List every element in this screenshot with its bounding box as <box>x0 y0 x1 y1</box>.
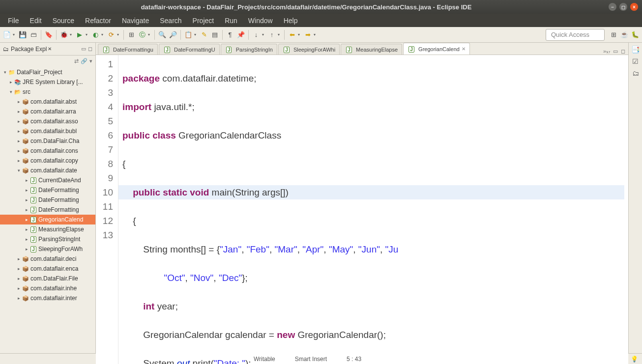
menu-file[interactable]: File <box>3 15 24 27</box>
tree-project[interactable]: ▾DataFlair_Project <box>0 67 95 77</box>
editor-tab[interactable]: DateFormattingu <box>98 44 158 55</box>
line-gutter: 1 2 3 4 5 6 7 8 9 10 11 12 13 <box>96 55 118 364</box>
window-title: dataflair-workspace - DataFlair_Project/… <box>4 3 609 11</box>
tree-java-file[interactable]: ▸ParsingStringInt <box>0 234 95 244</box>
menu-bar: File Edit Source Refactor Navigate Searc… <box>0 14 642 27</box>
tree-jre[interactable]: ▸JRE System Library [... <box>0 77 95 87</box>
editor-tab[interactable]: MeasuringElapse <box>341 44 402 55</box>
link-editor-icon[interactable]: 🔗 <box>81 58 88 64</box>
next-annotation-icon[interactable]: ↓ <box>251 30 261 40</box>
tree-java-file[interactable]: ▸CurrentDateAnd <box>0 175 95 185</box>
coverage-icon[interactable]: ◐ <box>90 30 100 40</box>
tree-java-file[interactable]: ▸DateFormatting <box>0 185 95 195</box>
run-last-icon[interactable]: ⟳ <box>106 30 116 40</box>
editor-tab[interactable]: DateFormattingU <box>159 44 220 55</box>
editor-overflow[interactable]: »₁₇ <box>603 48 610 55</box>
maximize-editor-icon[interactable]: ◻ <box>621 48 625 55</box>
menu-search[interactable]: Search <box>155 15 186 27</box>
tree-pkg[interactable]: ▸com.dataflair.inhe <box>0 283 95 293</box>
search-icon[interactable]: 🔎 <box>168 30 178 40</box>
tree-java-file[interactable]: ▸MeasuringElapse <box>0 224 95 234</box>
maximize-view-icon[interactable]: ◻ <box>88 46 92 52</box>
open-type-icon[interactable]: 🔍 <box>157 30 167 40</box>
tree-pkg[interactable]: ▸com.DataFlair.File <box>0 274 95 283</box>
tree-pkg[interactable]: ▸com.dataflair.cons <box>0 146 95 156</box>
tree-pkg[interactable]: ▸com.dataflair.arra <box>0 107 95 116</box>
tree-pkg[interactable]: ▸com.dataflair.deci <box>0 254 95 264</box>
tree-java-file[interactable]: ▸SleepingForAWh <box>0 244 95 254</box>
open-perspective-icon[interactable]: ⊞ <box>609 30 618 40</box>
editor-tab[interactable]: ParsingStringIn <box>221 44 277 55</box>
debug-icon[interactable]: 🐞 <box>59 30 69 40</box>
tip-icon[interactable]: 💡 <box>631 356 638 363</box>
debug-perspective-icon[interactable]: 🐛 <box>630 30 640 40</box>
menu-window[interactable]: Window <box>243 15 278 27</box>
show-whitespace-icon[interactable]: ¶ <box>225 30 235 40</box>
editor-tabs: DateFormattingu DateFormattingU ParsingS… <box>96 43 628 55</box>
tree-pkg[interactable]: ▸com.dataflair.inter <box>0 293 95 303</box>
package-explorer-icon: 🗂 <box>3 46 9 53</box>
task-list-icon[interactable]: ☑ <box>632 57 639 65</box>
back-icon[interactable]: ⬅ <box>287 30 297 40</box>
code-body[interactable]: package com.dataflair.datetime; import j… <box>118 55 628 364</box>
main-toolbar: 📄▾ 💾 🗃 🔖 🐞▾ ▶▾ ◐▾ ⟳▾ ⊞ Ⓒ▾ 🔍 🔎 📋▾ ✎ ▤ ¶ 📌… <box>0 27 642 43</box>
menu-help[interactable]: Help <box>279 15 303 27</box>
prev-annotation-icon[interactable]: ↑ <box>267 30 277 40</box>
menu-refactor[interactable]: Refactor <box>80 15 116 27</box>
tree-pkg[interactable]: ▸com.dataflair.bubl <box>0 126 95 136</box>
toggle-block-icon[interactable]: ▤ <box>210 30 220 40</box>
run-icon[interactable]: ▶ <box>75 30 85 40</box>
close-view-icon[interactable]: ✕ <box>48 46 52 52</box>
menu-source[interactable]: Source <box>48 15 79 27</box>
tree-java-file-selected[interactable]: ▸GregorianCalend <box>0 215 95 224</box>
window-close-icon[interactable]: × <box>630 3 638 11</box>
tree-pkg[interactable]: ▸com.dataflair.abst <box>0 97 95 107</box>
new-icon[interactable]: 📄 <box>2 30 12 40</box>
window-minimize-icon[interactable]: – <box>609 3 616 11</box>
mark-occurrences-icon[interactable]: ✎ <box>199 30 209 40</box>
tree-pkg[interactable]: ▸com.dataflair.enca <box>0 264 95 274</box>
new-class-icon[interactable]: Ⓒ <box>137 30 147 40</box>
close-tab-icon[interactable]: ✕ <box>462 46 466 52</box>
menu-edit[interactable]: Edit <box>25 15 47 27</box>
tree-pkg-date[interactable]: ▾com.dataflair.date <box>0 166 95 175</box>
tree-pkg[interactable]: ▸com.DataFlair.Cha <box>0 136 95 146</box>
tree-java-file[interactable]: ▸DateFormatting <box>0 205 95 215</box>
tree-pkg[interactable]: ▸com.dataflair.asso <box>0 116 95 126</box>
package-explorer-view: 🗂 Package Expl ✕ ▭ ◻ ⇄ 🔗 ▾ ▾DataFlair_Pr… <box>0 43 96 353</box>
quick-access-input[interactable]: Quick Access <box>546 29 605 41</box>
collapse-all-icon[interactable]: ⇄ <box>74 58 79 64</box>
window-titlebar: dataflair-workspace - DataFlair_Project/… <box>0 0 642 14</box>
forward-icon[interactable]: ➡ <box>303 30 313 40</box>
tree-pkg[interactable]: ▸com.dataflair.copy <box>0 156 95 166</box>
package-tree[interactable]: ▾DataFlair_Project ▸JRE System Library [… <box>0 66 95 353</box>
window-maximize-icon[interactable]: ◻ <box>619 3 627 11</box>
minimize-editor-icon[interactable]: ▭ <box>613 48 618 55</box>
view-menu-icon[interactable]: ▾ <box>89 58 92 64</box>
tree-java-file[interactable]: ▸DateFormatting <box>0 195 95 205</box>
hierarchy-icon[interactable]: 🗂 <box>632 69 639 77</box>
menu-navigate[interactable]: Navigate <box>117 15 154 27</box>
save-all-icon[interactable]: 🗃 <box>29 30 38 40</box>
right-trim-bar: 📑 ☑ 🗂 <box>628 43 642 353</box>
package-explorer-header: 🗂 Package Expl ✕ ▭ ◻ <box>0 43 95 56</box>
code-editor[interactable]: 1 2 3 4 5 6 7 8 9 10 11 12 13 package co… <box>96 55 628 364</box>
pin-icon[interactable]: 📌 <box>236 30 246 40</box>
open-task-icon[interactable]: 📋 <box>183 30 193 40</box>
outline-icon[interactable]: 📑 <box>631 46 640 54</box>
toggle-breadcrumb-icon[interactable]: 🔖 <box>44 30 54 40</box>
menu-run[interactable]: Run <box>220 15 242 27</box>
new-package-icon[interactable]: ⊞ <box>126 30 136 40</box>
editor-tab-active[interactable]: GregorianCalend✕ <box>403 43 470 55</box>
minimize-view-icon[interactable]: ▭ <box>81 46 86 52</box>
menu-project[interactable]: Project <box>188 15 219 27</box>
java-perspective-icon[interactable]: ☕ <box>619 30 629 40</box>
save-icon[interactable]: 💾 <box>18 30 28 40</box>
tree-src[interactable]: ▾src <box>0 87 95 97</box>
editor-tab[interactable]: SleepingForAWhi <box>278 44 340 55</box>
